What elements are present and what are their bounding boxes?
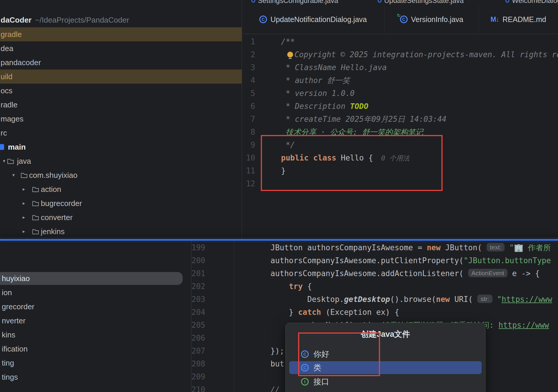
modified-glyph: ↻ xyxy=(397,13,401,18)
project-tree-item[interactable]: mages xyxy=(0,112,242,126)
project-name: daCoder xyxy=(1,16,31,24)
code-line[interactable]: 200authorsCompanyIsAwesome.putClientProp… xyxy=(191,254,558,267)
code-token: Desktop. xyxy=(270,295,344,304)
code-line-text: authorsCompanyIsAwesome.putClientPropert… xyxy=(270,254,551,267)
code-line[interactable]: 4 * author 舒一笑 xyxy=(242,74,558,87)
line-number: 4 xyxy=(242,74,255,87)
line-number: 210 xyxy=(191,383,205,392)
markdown-icon: M↓ xyxy=(490,16,499,23)
popup-item-label: 你好 xyxy=(313,349,329,359)
code-line[interactable]: 204 } catch (Exception ex) { xyxy=(191,306,558,319)
project-tree-item[interactable]: ▸bugrecorder xyxy=(0,196,242,210)
code-line-text: public class Hello { 0 个用法 xyxy=(281,151,409,165)
code-line-text: authorsCompanyIsAwesome.addActionListene… xyxy=(270,267,540,281)
project-tree-item[interactable]: ocs xyxy=(0,84,242,98)
project-tree-item[interactable]: rc xyxy=(0,126,242,140)
project-tree-item[interactable]: ▸jenkins xyxy=(0,224,242,239)
tree-item-label: pandacoder xyxy=(1,55,41,70)
code-line[interactable]: 7 * createTime 2025年09月25日 14:03:44 xyxy=(242,113,558,126)
project-tree-item[interactable]: radle xyxy=(0,98,242,112)
popup-item-class[interactable]: C 类 xyxy=(289,361,482,374)
code-line[interactable]: 201authorsCompanyIsAwesome.addActionList… xyxy=(191,267,558,280)
popup-item-label: 接口 xyxy=(313,376,329,387)
line-number: 2 xyxy=(242,48,255,61)
project-panel: daCoder~/IdeaProjects/PandaCoder gradled… xyxy=(0,0,242,239)
bottom-tree-item[interactable]: tings xyxy=(0,370,191,384)
bottom-tree-item[interactable]: nverter xyxy=(0,314,191,328)
tab-update-settings-state[interactable]: UpdateSettingsState.java xyxy=(378,0,464,5)
bottom-tree-item[interactable]: kins xyxy=(0,328,191,342)
project-tree-item[interactable]: ▸action xyxy=(0,182,242,196)
class-modified-icon: C ↻ xyxy=(400,16,408,23)
line-number: 204 xyxy=(191,306,205,319)
project-tree-item[interactable]: dea xyxy=(0,41,242,55)
bottom-project-tree[interactable]: huyixiaoiongrecordernverterkinsification… xyxy=(0,241,191,392)
project-tree-item[interactable]: uild xyxy=(0,70,242,84)
popup-item-interface[interactable]: I 接口 xyxy=(289,375,482,388)
bottom-tree-item[interactable]: ting xyxy=(0,356,191,370)
code-token: e -> { xyxy=(507,269,540,278)
tab-welcome-dialog[interactable]: WelcomeDialog.java xyxy=(505,0,558,5)
code-token: but xyxy=(270,359,284,368)
code-line[interactable]: 5 * version 1.0.0 xyxy=(242,87,558,100)
code-token: (Exception ex) { xyxy=(321,308,399,317)
tab-update-notification-dialog[interactable]: C UpdateNotificationDialog.java xyxy=(242,5,385,34)
project-tree-item[interactable]: pandacoder xyxy=(0,55,242,70)
code-line[interactable]: 203 Desktop.getDesktop().browse(new URI(… xyxy=(191,293,558,306)
popup-item-nihao[interactable]: C 你好 xyxy=(289,348,482,361)
code-line[interactable]: 199JButton authorsCompanyIsAwesome = new… xyxy=(191,241,558,254)
code-line[interactable]: 12 xyxy=(242,177,558,190)
code-line-text: /** xyxy=(281,35,295,48)
code-token xyxy=(281,50,286,59)
tab-settings-configurable[interactable]: SettingsConfigurable.java xyxy=(251,0,338,5)
chevron-right-icon[interactable]: ▸ xyxy=(20,210,27,224)
panel-divider[interactable] xyxy=(242,0,242,239)
tab-label: README.md xyxy=(502,15,546,24)
panel-divider[interactable] xyxy=(191,241,191,392)
code-token xyxy=(270,282,289,291)
tree-item-label: ion xyxy=(2,285,12,300)
tab-version-info[interactable]: C ↻ VersionInfo.java xyxy=(384,5,479,34)
code-line[interactable]: 2 Copyright © 2025 integration-projects-… xyxy=(242,48,558,61)
editor-top[interactable]: 1/**2 Copyright © 2025 integration-proje… xyxy=(242,34,558,239)
chevron-right-icon[interactable]: ▸ xyxy=(20,196,27,210)
line-number: 205 xyxy=(191,319,205,332)
chevron-down-icon[interactable]: ▾ xyxy=(10,168,17,182)
project-tree-item[interactable]: ▸converter xyxy=(0,210,242,224)
code-line[interactable]: 9 */ xyxy=(242,138,558,151)
code-token: authorsCompanyIsAwesome.addActionListene… xyxy=(270,269,468,278)
project-tree-item[interactable]: main xyxy=(0,140,242,154)
project-tree-item[interactable]: gradle xyxy=(0,27,242,41)
chevron-right-icon[interactable]: ▸ xyxy=(20,224,27,239)
code-line[interactable]: 10public class Hello { 0 个用法 xyxy=(242,151,558,164)
code-line[interactable]: 8 技术分享 · 公众号: 舒一笑的架构笔记 xyxy=(242,126,558,138)
line-number: 5 xyxy=(242,87,255,100)
code-token: URI( xyxy=(450,295,478,304)
editor-tab-bar: C UpdateNotificationDialog.java C ↻ Vers… xyxy=(242,5,558,34)
code-token: " xyxy=(497,295,502,304)
code-line[interactable]: 1/** xyxy=(242,35,558,48)
tab-readme[interactable]: M↓ README.md xyxy=(479,5,558,34)
bottom-tree-item[interactable]: ion xyxy=(0,285,191,300)
code-line[interactable]: 11} xyxy=(242,164,558,177)
project-tree-item[interactable]: ▾java xyxy=(0,154,242,168)
bottom-tree-item[interactable]: ification xyxy=(0,342,191,356)
code-line[interactable]: 3 * ClassName Hello.java xyxy=(242,61,558,74)
chevron-down-icon[interactable]: ▾ xyxy=(1,154,8,168)
tree-item-label: ocs xyxy=(1,84,12,98)
chevron-right-icon[interactable]: ▸ xyxy=(20,182,27,196)
code-line-text: JButton authorsCompanyIsAwesome = new JB… xyxy=(270,241,551,255)
code-line[interactable]: 202 try { xyxy=(191,280,558,293)
folder-icon xyxy=(32,229,39,236)
popup-title: 创建Java文件 xyxy=(286,329,485,339)
bottom-tree-item[interactable]: grecorder xyxy=(0,300,191,314)
project-path: ~/IdeaProjects/PandaCoder xyxy=(35,16,129,24)
bottom-tree-item[interactable]: huyixiao xyxy=(0,271,191,285)
tab-label: UpdateNotificationDialog.java xyxy=(270,15,367,24)
line-number: 10 xyxy=(242,151,255,164)
code-line[interactable]: 6 * Description TODO xyxy=(242,100,558,113)
tree-item-label: gradle xyxy=(1,27,22,41)
project-tree-item[interactable]: ▾com.shuyixiao xyxy=(0,168,242,182)
inlay-hint: ActionEvent xyxy=(468,269,507,277)
line-number: 209 xyxy=(191,370,205,383)
